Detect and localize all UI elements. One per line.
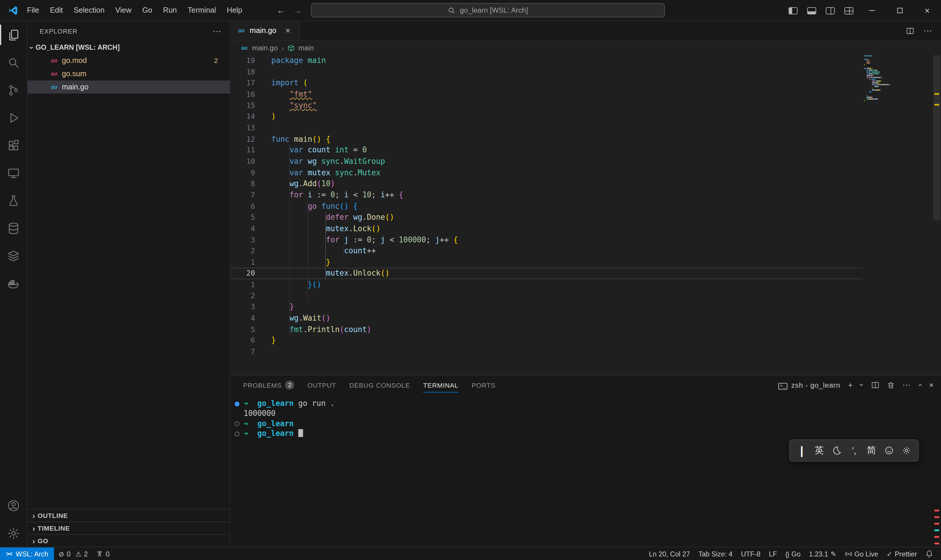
activity-remote-explorer[interactable] [0,159,27,187]
split-editor-icon[interactable] [906,27,914,35]
code-line[interactable]: 16 "fmt" [231,89,863,100]
menu-view[interactable]: View [110,0,137,21]
activity-source-control[interactable] [0,76,27,104]
line-number[interactable]: 4 [231,313,255,324]
line-number[interactable]: 1 [231,279,255,290]
menu-go[interactable]: Go [137,0,158,21]
ime-half-moon-icon[interactable] [831,446,842,455]
remote-indicator[interactable]: >< WSL: Arch [0,547,54,560]
panel-tab-output[interactable]: OUTPUT [308,376,336,394]
toggle-primary-sidebar-icon[interactable] [789,7,798,14]
terminal[interactable]: ➔ go_learn go run .1000000➔ go_learn➔ go… [231,394,933,547]
editor-more-icon[interactable]: ⋯ [924,26,932,35]
file-row-main-go[interactable]: GOmain.go [28,80,230,94]
line-number[interactable]: 9 [231,167,255,178]
command-center-search[interactable]: go_learn [WSL: Arch] [311,3,665,17]
menu-run[interactable]: Run [158,0,182,21]
panel-tab-problems[interactable]: PROBLEMS2 [243,376,294,394]
tab-close-icon[interactable]: × [285,26,290,35]
line-number[interactable]: 19 [231,55,255,66]
activity-settings[interactable] [0,519,27,547]
status-go[interactable]: {}Go [781,547,804,560]
line-number[interactable]: 14 [231,111,255,122]
section-go[interactable]: ›GO [28,534,230,547]
line-number[interactable]: 8 [231,178,255,190]
status-1-23-1[interactable]: 1.23.1✎ [805,547,841,560]
line-number[interactable]: 6 [231,201,255,212]
code-line[interactable]: 12func main() { [231,134,863,145]
toggle-panel-icon[interactable] [807,7,816,14]
line-number[interactable]: 20 [231,268,255,279]
menu-file[interactable]: File [22,0,45,21]
activity-run-debug[interactable] [0,104,27,131]
close-panel-icon[interactable]: × [929,381,934,390]
status-prettier[interactable]: ✓Prettier [883,547,921,560]
status-lf[interactable]: LF [764,547,781,560]
customize-layout-icon[interactable] [844,7,853,14]
nav-back-icon[interactable]: ← [274,0,288,21]
line-number[interactable]: 11 [231,145,255,156]
close-button[interactable]: × [913,0,941,21]
line-number[interactable]: 5 [231,324,255,335]
menu-help[interactable]: Help [221,0,248,21]
notifications-bell-icon[interactable] [921,547,938,560]
code-line[interactable]: 1 }() [231,279,863,290]
code-line[interactable]: 17import ( [231,78,863,89]
terminal-more-actions-icon[interactable]: ⋯ [903,381,910,390]
code-line[interactable]: 15 "sync" [231,100,863,111]
status-tab-size-4[interactable]: Tab Size: 4 [694,547,737,560]
line-number[interactable]: 13 [231,122,255,134]
kill-terminal-icon[interactable] [887,381,895,389]
editor-scrollbar[interactable] [933,55,940,220]
code-line[interactable]: 2 [231,290,863,302]
line-number[interactable]: 2 [231,290,255,302]
line-number[interactable]: 6 [231,335,255,346]
section-outline[interactable]: ›OUTLINE [28,509,230,522]
activity-explorer[interactable] [0,21,27,49]
code-line[interactable]: 18 [231,66,863,78]
line-number[interactable]: 7 [231,346,255,358]
maximize-button[interactable] [886,0,913,21]
explorer-more-icon[interactable]: ⋯ [213,26,221,36]
line-number[interactable]: 10 [231,156,255,167]
ime-language-english[interactable]: 英 [814,445,824,456]
activity-database[interactable] [0,214,27,242]
ports-status[interactable]: 0 [92,547,114,560]
ime-punctuation[interactable]: ’, [849,445,860,455]
line-number[interactable]: 17 [231,78,255,89]
file-row-go-sum[interactable]: GOgo.sum [28,67,230,81]
status-ln-20-col-27[interactable]: Ln 20, Col 27 [644,547,694,560]
minimap[interactable] [864,55,909,104]
line-number[interactable]: 12 [231,134,255,145]
code-line[interactable]: 4 wg.Wait() [231,313,863,324]
activity-testing[interactable] [0,187,27,214]
ime-caret[interactable]: | [796,444,807,457]
section-timeline[interactable]: ›TIMELINE [28,522,230,534]
terminal-profile-dropdown-icon[interactable]: › [861,381,864,390]
line-number[interactable]: 1 [231,257,255,268]
code-line[interactable]: 5 fmt.Println(count) [231,324,863,335]
toggle-secondary-sidebar-icon[interactable] [826,7,835,14]
nav-forward-icon[interactable]: → [291,0,305,21]
code-line[interactable]: 7 for i := 0; i < 10; i++ { [231,190,863,201]
code-line[interactable]: 13 [231,122,863,134]
folder-root-row[interactable]: › GO_LEARN [WSL: ARCH] [28,41,230,54]
breadcrumb-symbol[interactable]: main [298,44,314,52]
code-line[interactable]: 8 wg.Add(10) [231,178,863,190]
ime-settings-icon[interactable] [901,446,912,455]
breadcrumb-file[interactable]: main.go [252,44,278,52]
menu-terminal[interactable]: Terminal [182,0,221,21]
activity-docker[interactable] [0,269,27,297]
line-number[interactable]: 4 [231,223,255,234]
terminal-shell-selector[interactable]: >_zsh - go_learn [778,381,840,390]
line-number[interactable]: 2 [231,246,255,257]
tab-main-go[interactable]: GO main.go × [231,21,300,40]
code-line[interactable]: 10 var wg sync.WaitGroup [231,156,863,167]
code-line[interactable]: 14) [231,111,863,122]
line-number[interactable]: 16 [231,89,255,100]
status-utf-8[interactable]: UTF-8 [737,547,764,560]
code-editor[interactable]: 19package main1817import (16 "fmt"15 "sy… [231,55,941,375]
ime-simplified-chinese[interactable]: 简 [866,445,877,456]
line-number[interactable]: 7 [231,190,255,201]
maximize-panel-icon[interactable]: › [918,381,921,390]
